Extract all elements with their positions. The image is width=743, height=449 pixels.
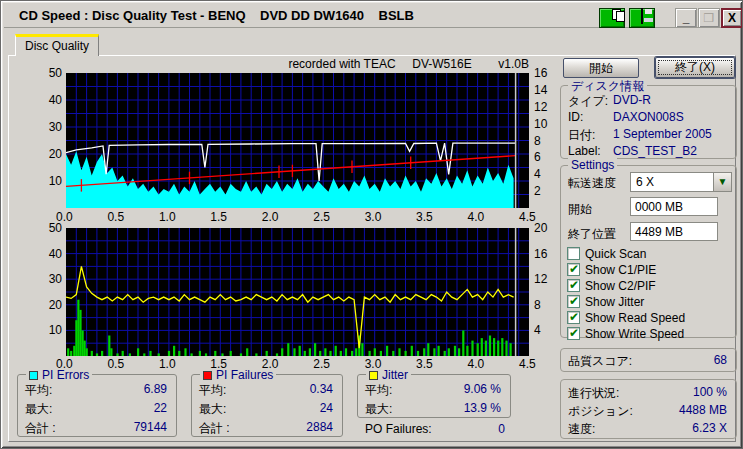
jitter-title: Jitter bbox=[382, 368, 408, 382]
jitter-max-label: 最大: bbox=[365, 401, 392, 418]
progress-label: 進行状況: bbox=[568, 385, 619, 402]
pif-total-value: 2884 bbox=[233, 420, 333, 434]
axis-tick-label: 4.0 bbox=[468, 357, 485, 371]
checkbox-label: Show Read Speed bbox=[585, 311, 685, 325]
check-icon: ✔ bbox=[569, 294, 579, 308]
speed-select[interactable]: 6 X ▼ bbox=[630, 172, 732, 192]
close-button[interactable]: X bbox=[721, 8, 743, 28]
end-pos-input[interactable]: 4489 MB bbox=[630, 222, 718, 241]
po-failures-value: 0 bbox=[421, 422, 505, 436]
axis-tick-label: 2 bbox=[534, 184, 541, 198]
progress-value: 100 % bbox=[641, 385, 727, 399]
minimize-icon: _ bbox=[683, 11, 690, 25]
disc-id-label: ID: bbox=[568, 110, 583, 124]
axis-tick-label: 1.0 bbox=[159, 357, 176, 371]
quality-score-label: 品質スコア: bbox=[568, 353, 632, 370]
axis-tick-label: 16 bbox=[534, 247, 547, 261]
disc-date-label: 日付: bbox=[568, 127, 595, 144]
checkbox-box: ✔ bbox=[567, 247, 580, 260]
axis-tick-label: 10 bbox=[38, 323, 62, 337]
checkbox-label: Show C1/PIE bbox=[585, 263, 656, 277]
pif-avg-label: 平均: bbox=[199, 382, 226, 399]
speed-label: 転送速度 bbox=[568, 175, 616, 192]
position-label: ポジション: bbox=[568, 403, 633, 420]
check-icon: ✔ bbox=[569, 278, 579, 292]
checkbox-label: Show C2/PIF bbox=[585, 279, 656, 293]
axis-tick-label: 50 bbox=[38, 221, 62, 235]
start-button[interactable]: 開始 bbox=[563, 58, 639, 78]
axis-tick-label: 0.5 bbox=[107, 357, 124, 371]
axis-tick-label: 4 bbox=[534, 323, 541, 337]
axis-tick-label: 30 bbox=[38, 120, 62, 134]
axis-tick-label: 10 bbox=[38, 174, 62, 188]
pi-errors-title: PI Errors bbox=[42, 368, 89, 382]
checkbox-box: ✔ bbox=[567, 311, 580, 324]
checkbox-label: Quick Scan bbox=[585, 247, 646, 261]
pi-errors-speed-chart bbox=[66, 73, 529, 208]
pi-failures-legend-swatch bbox=[203, 371, 212, 380]
axis-tick-label: 1.5 bbox=[210, 210, 227, 224]
axis-tick-label: 4.5 bbox=[519, 357, 536, 371]
pie-max-value: 22 bbox=[67, 401, 167, 415]
axis-tick-label: 20 bbox=[38, 147, 62, 161]
chevron-down-icon[interactable]: ▼ bbox=[713, 173, 731, 191]
disc-label-label: Label: bbox=[568, 144, 601, 158]
axis-tick-label: 4.0 bbox=[468, 210, 485, 224]
checkbox-label: Show Jitter bbox=[585, 295, 644, 309]
end-pos-label: 終了位置 bbox=[568, 226, 616, 243]
check-icon: ✔ bbox=[569, 326, 579, 340]
close-icon: X bbox=[728, 11, 736, 25]
pif-avg-value: 0.34 bbox=[233, 382, 333, 396]
copy-to-clipboard-button[interactable] bbox=[599, 8, 625, 28]
pie-avg-value: 6.89 bbox=[67, 382, 167, 396]
axis-tick-label: 30 bbox=[38, 272, 62, 286]
pie-max-label: 最大: bbox=[25, 401, 52, 418]
axis-tick-label: 1.0 bbox=[159, 210, 176, 224]
checkbox-box: ✔ bbox=[567, 263, 580, 276]
axis-tick-label: 16 bbox=[534, 66, 547, 80]
axis-tick-label: 3.5 bbox=[416, 210, 433, 224]
disc-id-value: DAXON008S bbox=[613, 110, 684, 124]
speed-status-label: 速度: bbox=[568, 421, 595, 438]
speed-status-value: 6.23 X bbox=[641, 421, 727, 435]
axis-tick-label: 3.5 bbox=[416, 357, 433, 371]
jitter-avg-value: 9.06 % bbox=[401, 382, 501, 396]
disc-date-value: 1 September 2005 bbox=[613, 127, 712, 141]
axis-tick-label: 2.0 bbox=[262, 210, 279, 224]
axis-tick-label: 10 bbox=[534, 117, 547, 131]
checkbox-box: ✔ bbox=[567, 295, 580, 308]
axis-tick-label: 12 bbox=[534, 100, 547, 114]
axis-tick-label: 50 bbox=[38, 66, 62, 80]
maximize-button[interactable]: ❒ bbox=[698, 8, 720, 28]
app-window: CD Speed : Disc Quality Test - BENQ DVD … bbox=[0, 0, 743, 449]
start-pos-label: 開始 bbox=[568, 201, 592, 218]
checkbox-box: ✔ bbox=[567, 327, 580, 340]
axis-tick-label: 6 bbox=[534, 150, 541, 164]
save-button[interactable] bbox=[629, 8, 655, 28]
disc-label-value: CDS_TEST_B2 bbox=[613, 144, 697, 158]
axis-tick-label: 0.5 bbox=[107, 210, 124, 224]
checkbox-label: Show Write Speed bbox=[585, 327, 684, 341]
disc-type-label: タイプ: bbox=[568, 93, 608, 110]
tab-disc-quality[interactable]: Disc Quality bbox=[15, 34, 99, 56]
pie-total-label: 合計 : bbox=[25, 420, 56, 437]
exit-button[interactable]: 終了(X) bbox=[655, 57, 735, 78]
axis-tick-label: 8 bbox=[534, 298, 541, 312]
jitter-pif-chart bbox=[66, 228, 529, 356]
pif-total-label: 合計 : bbox=[199, 420, 230, 437]
axis-tick-label: 14 bbox=[534, 83, 547, 97]
axis-tick-label: 12 bbox=[534, 272, 547, 286]
axis-tick-label: 3.0 bbox=[365, 210, 382, 224]
axis-tick-label: 2.5 bbox=[313, 210, 330, 224]
titlebar: CD Speed : Disc Quality Test - BENQ DVD … bbox=[4, 4, 739, 28]
start-pos-input[interactable]: 0000 MB bbox=[630, 197, 718, 216]
check-icon: ✔ bbox=[569, 310, 579, 324]
minimize-button[interactable]: _ bbox=[675, 8, 697, 28]
pi-failures-title: PI Failures bbox=[216, 368, 273, 382]
pif-max-value: 24 bbox=[233, 401, 333, 415]
checkbox-box: ✔ bbox=[567, 279, 580, 292]
disc-type-value: DVD-R bbox=[613, 93, 651, 107]
axis-tick-label: 8 bbox=[534, 134, 541, 148]
jitter-max-value: 13.9 % bbox=[401, 401, 501, 415]
save-icon bbox=[641, 8, 643, 24]
